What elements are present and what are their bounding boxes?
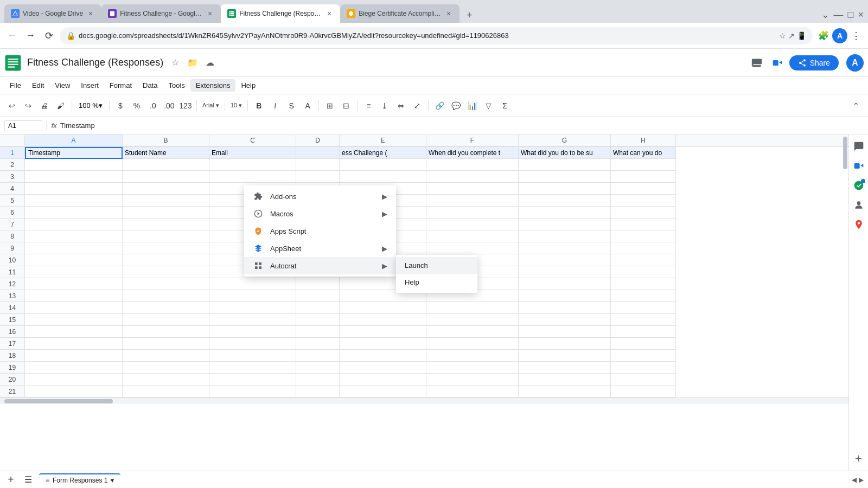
tab-keep-close[interactable]: × — [444, 9, 453, 18]
doc-title[interactable]: Fitness Challenge (Responses) — [27, 57, 163, 68]
col-header-a[interactable]: A — [25, 134, 123, 146]
profile-btn[interactable]: A — [832, 28, 847, 43]
font-family-btn[interactable]: Arial ▾ — [200, 98, 221, 113]
menu-data[interactable]: Data — [137, 79, 163, 92]
reload-button[interactable]: ⟳ — [41, 28, 56, 43]
undo-btn[interactable]: ↩ — [4, 98, 20, 113]
decimal-less-btn[interactable]: .0 — [145, 98, 161, 113]
tab-drive[interactable]: Video - Google Drive × — [4, 4, 101, 23]
formula-input[interactable]: Timestamp — [60, 121, 864, 130]
filter-btn[interactable]: ▽ — [481, 98, 496, 113]
sheet-tab-form-responses[interactable]: ≡ Form Responses 1 ▾ — [39, 473, 120, 486]
comment-btn[interactable]: 💬 — [448, 98, 463, 113]
col-header-h[interactable]: H — [611, 134, 676, 146]
menu-file[interactable]: File — [4, 79, 27, 92]
meet-panel-icon-btn[interactable] — [851, 158, 866, 174]
share-button[interactable]: Share — [789, 55, 839, 70]
decimal-more-btn[interactable]: .00 — [162, 98, 177, 113]
col-header-b[interactable]: B — [123, 134, 209, 146]
print-btn[interactable]: 🖨 — [37, 98, 52, 113]
menu-extensions[interactable]: Extensions — [190, 79, 236, 92]
maximize-btn[interactable]: □ — [848, 9, 854, 21]
sheets-list-button[interactable]: ☰ — [22, 473, 35, 486]
save-to-phone-icon[interactable]: 📱 — [797, 31, 806, 40]
back-button[interactable]: ← — [4, 28, 20, 43]
cell-a1[interactable]: Timestamp — [25, 147, 123, 159]
user-avatar[interactable]: A — [846, 54, 864, 72]
col-header-f[interactable]: F — [426, 134, 519, 146]
corner-cell[interactable] — [0, 134, 25, 146]
strikethrough-btn[interactable]: S — [284, 98, 299, 113]
close-browser-btn[interactable]: × — [858, 9, 864, 21]
cell-b1[interactable]: Student Name — [123, 147, 209, 159]
chart-btn[interactable]: 📊 — [464, 98, 480, 113]
vertical-scrollbar[interactable] — [842, 134, 848, 471]
format-num-btn[interactable]: 123 — [178, 98, 193, 113]
tab-sheets-close[interactable]: × — [325, 9, 334, 18]
extensions-appsheet-item[interactable]: AppSheet ▶ — [244, 240, 396, 257]
meet-icon-btn[interactable] — [769, 54, 786, 72]
folder-icon[interactable]: 📁 — [185, 55, 200, 70]
scrollbar-thumb[interactable] — [4, 399, 113, 403]
horizontal-scrollbar[interactable] — [0, 397, 848, 404]
merge-btn[interactable]: ⊟ — [339, 98, 354, 113]
col-header-g[interactable]: G — [519, 134, 611, 146]
tab-drive-close[interactable]: × — [86, 9, 95, 18]
bold-btn[interactable]: B — [251, 98, 266, 113]
contacts-icon-btn[interactable] — [851, 197, 866, 213]
menu-view[interactable]: View — [49, 79, 75, 92]
forward-button[interactable]: → — [23, 28, 38, 43]
autocrat-launch-item[interactable]: Launch — [396, 257, 477, 274]
row-num-1[interactable]: 1 — [0, 147, 25, 159]
tab-prev[interactable]: ⌄ — [821, 9, 829, 21]
star-icon[interactable]: ☆ — [168, 55, 183, 70]
cell-c1[interactable]: Email — [209, 147, 296, 159]
col-header-e[interactable]: E — [340, 134, 426, 146]
menu-edit[interactable]: Edit — [27, 79, 49, 92]
align-v-btn[interactable]: ⤓ — [377, 98, 392, 113]
font-size-btn[interactable]: 10 ▾ — [228, 98, 244, 113]
color-fill-btn[interactable]: A — [300, 98, 315, 113]
currency-btn[interactable]: $ — [113, 98, 128, 113]
cell-reference[interactable]: A1 — [4, 120, 42, 131]
add-panel-icon-btn[interactable]: + — [851, 451, 866, 466]
hide-toolbar-btn[interactable]: ⌃ — [848, 98, 864, 113]
tasks-icon-btn[interactable] — [851, 178, 866, 193]
add-sheet-button[interactable]: + — [4, 473, 17, 486]
minimize-btn[interactable]: — — [834, 9, 844, 21]
formula-btn[interactable]: Σ — [497, 98, 512, 113]
scroll-right-btn[interactable]: ▶ — [859, 476, 864, 484]
cell-d1[interactable] — [296, 147, 340, 159]
vertical-scrollbar-thumb[interactable] — [843, 137, 847, 169]
redo-btn[interactable]: ↪ — [21, 98, 36, 113]
bookmark-icon[interactable]: ☆ — [779, 31, 786, 40]
menu-format[interactable]: Format — [104, 79, 137, 92]
italic-btn[interactable]: I — [267, 98, 283, 113]
text-wrap-btn[interactable]: ⇔ — [393, 98, 409, 113]
cell-g1[interactable]: What did you do to be su — [519, 147, 611, 159]
tab-sheets[interactable]: Fitness Challenge (Responses) - ... × — [221, 4, 340, 23]
extensions-btn[interactable]: 🧩 — [816, 28, 831, 43]
align-h-btn[interactable]: ≡ — [361, 98, 376, 113]
chat-icon-btn[interactable] — [851, 139, 866, 154]
share-page-icon[interactable]: ↗ — [788, 31, 795, 40]
menu-tools[interactable]: Tools — [163, 79, 190, 92]
col-header-d[interactable]: D — [296, 134, 340, 146]
zoom-selector[interactable]: 100 % ▾ — [75, 100, 106, 111]
autocrat-help-item[interactable]: Help — [396, 274, 477, 291]
profile-circle[interactable]: A — [832, 28, 847, 43]
col-header-c[interactable]: C — [209, 134, 296, 146]
tab-forms-close[interactable]: × — [206, 9, 214, 18]
extensions-addons-item[interactable]: Add-ons ▶ — [244, 188, 396, 205]
tab-keep[interactable]: Biege Certificate Accomplishmen... × — [340, 4, 459, 23]
menu-insert[interactable]: Insert — [75, 79, 104, 92]
menu-help[interactable]: Help — [235, 79, 261, 92]
address-bar[interactable]: 🔒 docs.google.com/spreadsheets/d/1WknZR6… — [60, 27, 813, 44]
borders-btn[interactable]: ⊞ — [322, 98, 337, 113]
tab-forms[interactable]: Fitness Challenge - Google Form... × — [101, 4, 221, 23]
percent-btn[interactable]: % — [129, 98, 144, 113]
extensions-autocrat-item[interactable]: Autocrat ▶ Launch Help — [244, 257, 396, 274]
cell-f1[interactable]: When did you complete t — [426, 147, 519, 159]
cell-h1[interactable]: What can you do — [611, 147, 676, 159]
new-tab-button[interactable]: + — [462, 8, 477, 23]
